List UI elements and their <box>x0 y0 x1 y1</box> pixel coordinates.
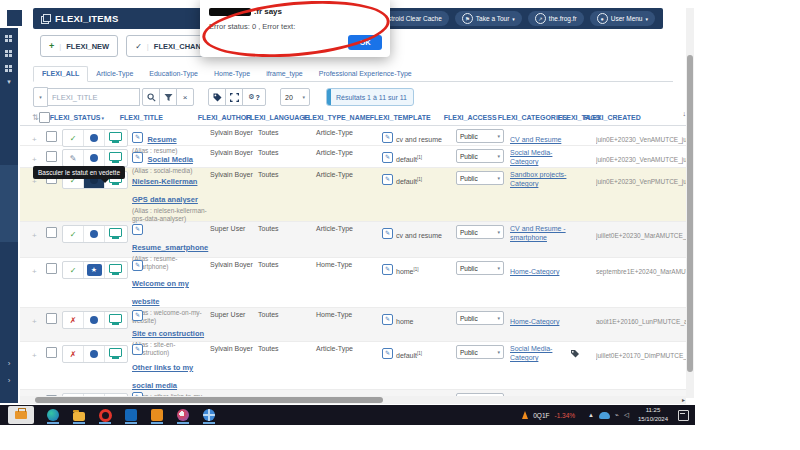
featured-toggle-button[interactable] <box>84 226 105 242</box>
featured-toggle-button[interactable] <box>84 150 105 166</box>
category-link[interactable]: Social Media-Category <box>510 344 570 362</box>
access-select[interactable]: Public▾ <box>456 345 504 359</box>
drag-handle[interactable]: + <box>32 135 37 144</box>
tab-professional-experience-type[interactable]: Professional Experience-Type <box>311 67 420 81</box>
access-select[interactable]: Public▾ <box>456 129 504 143</box>
state-toggle-button[interactable]: ✎ <box>63 150 84 166</box>
tray-expand-icon[interactable]: ▲ <box>588 412 594 418</box>
drag-handle[interactable]: + <box>32 267 37 276</box>
taskbar-app-web-app[interactable] <box>200 406 218 424</box>
edit-item-icon[interactable]: ✎ <box>132 260 143 271</box>
access-select[interactable]: Public▾ <box>456 261 504 275</box>
preview-button[interactable] <box>105 312 126 328</box>
edit-item-icon[interactable]: ✎ <box>132 152 143 163</box>
column-header-order[interactable]: ⇅ <box>32 113 39 122</box>
per-page-select[interactable]: 20▾ <box>280 88 310 106</box>
featured-toggle-button[interactable] <box>84 312 105 328</box>
modules-grid-icon[interactable] <box>5 35 13 43</box>
item-title-link[interactable]: Nielsen-Kellerman GPS data analyser <box>132 177 198 204</box>
fullscreen-button[interactable] <box>225 88 243 106</box>
ticker-symbol[interactable]: 0Q1F <box>533 412 549 419</box>
edit-item-icon[interactable]: ✎ <box>132 344 143 355</box>
item-title-link[interactable]: Resume <box>147 135 176 144</box>
featured-toggle-button[interactable]: ★ <box>84 262 105 278</box>
title-filter-mode-select[interactable]: ▾ <box>33 87 48 107</box>
state-toggle-button[interactable]: ✗ <box>63 312 84 328</box>
column-header-title[interactable]: FLEXI_TITLE <box>120 114 198 121</box>
item-title-link[interactable]: Welcome on my website <box>132 279 189 306</box>
edit-template-icon[interactable]: ✎ <box>382 174 393 185</box>
item-title-link[interactable]: Other links to my social media <box>132 363 193 390</box>
preview-button[interactable] <box>105 346 126 362</box>
column-header-created[interactable]: FLEXI_CREATED <box>584 114 688 121</box>
clear-filter-button[interactable]: × <box>176 88 194 106</box>
preview-button[interactable] <box>105 262 126 278</box>
item-title-link[interactable]: Resume_smartphone <box>132 243 208 252</box>
edit-template-icon[interactable]: ✎ <box>382 264 393 275</box>
taskbar-clock[interactable]: 11:2515/10/2024 <box>638 406 668 424</box>
column-header-tpl[interactable]: FLEXI_TEMPLATE <box>370 114 444 121</box>
edit-item-icon[interactable]: ✎ <box>132 224 143 235</box>
edit-template-icon[interactable]: ✎ <box>382 348 393 359</box>
filter-funnel-button[interactable] <box>159 88 177 106</box>
column-header-type[interactable]: FLEXI_TYPE_NAME <box>304 114 370 121</box>
tab-education-type[interactable]: Education-Type <box>141 67 206 81</box>
edit-template-icon[interactable]: ✎ <box>382 132 393 143</box>
user-menu-button[interactable]: ● User Menu▾ <box>590 11 655 26</box>
taskbar-app-edge-browser[interactable] <box>44 406 62 424</box>
category-link[interactable]: Home-Category <box>510 317 559 326</box>
order-sort-icon[interactable]: ⇅ <box>32 113 39 122</box>
speaker-icon[interactable]: ◁ <box>624 411 629 419</box>
column-header-tags[interactable]: FLEXI_TAGS <box>558 114 584 121</box>
tab-flexi-all[interactable]: FLEXI_ALL <box>33 66 88 82</box>
state-toggle-button[interactable]: ✗ <box>63 346 84 362</box>
access-select[interactable]: Public▾ <box>456 149 504 163</box>
row-checkbox[interactable] <box>46 313 57 324</box>
column-header-access[interactable]: FLEXI_ACCESS <box>444 114 498 121</box>
featured-toggle-button[interactable] <box>84 130 105 146</box>
item-tags-icon[interactable] <box>570 349 580 358</box>
item-title-link[interactable]: Social Media <box>147 155 192 164</box>
taskbar-app-paint-app[interactable] <box>174 406 192 424</box>
state-toggle-button[interactable]: ✓ <box>63 262 84 278</box>
row-checkbox[interactable] <box>46 347 57 358</box>
ok-button[interactable]: OK <box>348 35 382 50</box>
search-button[interactable] <box>142 88 160 106</box>
tab-home-type[interactable]: Home-Type <box>206 67 258 81</box>
taskbar-app-opera-browser[interactable] <box>96 406 114 424</box>
new-item-button[interactable]: + | FLEXI_NEW <box>40 35 118 57</box>
drag-handle[interactable]: + <box>32 231 37 240</box>
featured-toggle-button[interactable] <box>84 346 105 362</box>
item-title-link[interactable]: Site en construction <box>132 329 204 338</box>
access-select[interactable]: Public▾ <box>456 171 504 185</box>
tags-filter-button[interactable] <box>208 88 226 106</box>
drag-handle[interactable]: + <box>32 317 37 326</box>
site-preview-button[interactable]: ↗ the.frog.fr <box>528 11 584 26</box>
ticker-change[interactable]: -1.34% <box>554 412 575 419</box>
settings-help-button[interactable]: ⚙? <box>242 88 266 106</box>
category-link[interactable]: Social Media-Category <box>510 148 570 166</box>
taskbar-app-mail-app[interactable] <box>122 406 140 424</box>
state-toggle-button[interactable]: ✓ <box>63 130 84 146</box>
access-select[interactable]: Public▾ <box>456 225 504 239</box>
row-checkbox[interactable] <box>46 263 57 274</box>
edit-template-icon[interactable]: ✎ <box>382 228 393 239</box>
preview-button[interactable] <box>105 130 126 146</box>
scroll-right-arrow-icon[interactable]: ▸ <box>682 396 685 404</box>
taskbar-app-file-explorer[interactable] <box>70 406 88 424</box>
taskbar-app-store-app[interactable] <box>148 406 166 424</box>
preview-button[interactable] <box>105 226 126 242</box>
edit-item-icon[interactable]: ✎ <box>132 310 143 321</box>
edit-template-icon[interactable]: ✎ <box>382 314 393 325</box>
action-center-icon[interactable] <box>678 410 689 421</box>
row-checkbox[interactable] <box>46 227 57 238</box>
column-header-author[interactable]: FLEXI_AUTHOR <box>198 114 246 121</box>
access-select[interactable]: Public▾ <box>456 311 504 325</box>
drag-handle[interactable]: + <box>32 351 37 360</box>
row-checkbox[interactable] <box>46 131 57 142</box>
sidebar-expand-icon-2[interactable]: › <box>8 376 11 385</box>
tab-article-type[interactable]: Article-Type <box>88 67 141 81</box>
preview-button[interactable] <box>105 150 126 166</box>
drag-handle[interactable]: + <box>32 155 37 164</box>
column-header-status[interactable]: FLEXI_STATUS▾ <box>50 114 120 121</box>
